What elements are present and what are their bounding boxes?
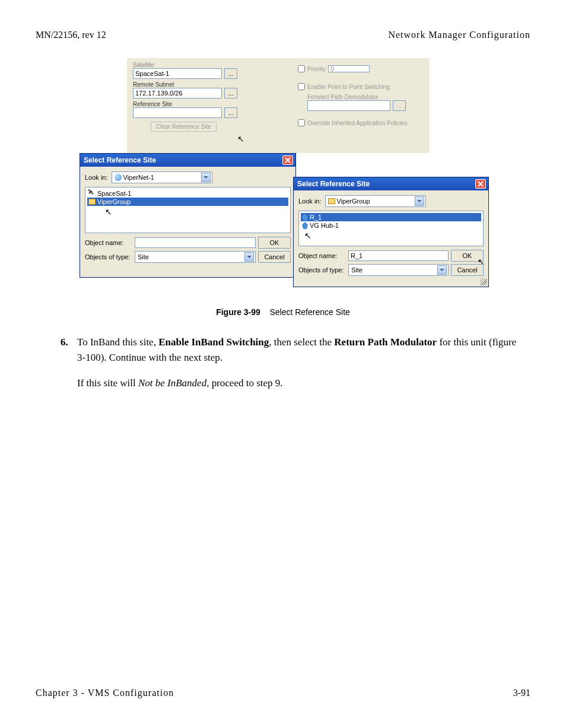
dialog2-titlebar[interactable]: Select Reference Site — [294, 177, 488, 190]
figure-3-99: Satellite ... Remote Subnet ... Referenc… — [36, 58, 530, 301]
step-number: 6. — [61, 335, 77, 350]
cursor-icon: ↖ — [237, 134, 244, 144]
enable-p2p-checkbox[interactable] — [298, 83, 305, 90]
site-config-panel-left: Satellite ... Remote Subnet ... Referenc… — [127, 58, 293, 153]
reference-site-input[interactable] — [133, 107, 222, 118]
remote-subnet-input[interactable] — [133, 88, 222, 98]
dialog1-objects-of-type-combo[interactable]: Site — [135, 251, 256, 263]
chevron-down-icon — [201, 173, 211, 182]
remote-subnet-label: Remote Subnet — [133, 81, 287, 88]
dialog2-lookin-label: Look in: — [298, 198, 322, 205]
dialog1-objects-of-type-value: Site — [138, 253, 149, 260]
site-icon — [302, 214, 308, 221]
dialog1-cancel-button[interactable]: Cancel — [258, 251, 291, 263]
site-config-panel-right: Priority Enable Point to Point Switching… — [293, 58, 430, 153]
satellite-browse-button[interactable]: ... — [224, 68, 237, 79]
dialog2-objects-of-type-combo[interactable]: Site — [348, 264, 449, 276]
chapter-label: Chapter 3 - VMS Configuration — [36, 688, 174, 698]
dialog2-lookin-value: ViperGroup — [337, 198, 370, 205]
list-item-label: SpaceSat-1 — [97, 190, 131, 197]
chevron-down-icon — [244, 252, 254, 262]
forward-path-input — [307, 100, 390, 111]
dialog1-lookin-value: ViperNet-1 — [123, 174, 154, 181]
chevron-down-icon — [437, 265, 447, 275]
doc-id: MN/22156, rev 12 — [36, 30, 106, 40]
cursor-icon: ↖ — [105, 207, 112, 217]
forward-path-label: Forward Path Demodulator — [307, 94, 425, 100]
figure-title: Select Reference Site — [269, 307, 349, 317]
reference-site-browse-button[interactable]: ... — [224, 107, 237, 118]
group-icon — [88, 199, 96, 205]
dialog1-objects-of-type-label: Objects of type: — [85, 253, 132, 260]
dialog1-ok-button[interactable]: OK — [258, 237, 291, 249]
dialog1-lookin-combo[interactable]: ViperNet-1 — [112, 171, 212, 183]
dialog2-object-name-label: Object name: — [298, 252, 346, 259]
resize-grip[interactable] — [480, 278, 487, 285]
dialog2-close-button[interactable] — [475, 179, 486, 189]
close-icon — [285, 157, 291, 163]
satellite-input[interactable] — [133, 68, 222, 79]
dialog1-object-name-label: Object name: — [85, 239, 132, 246]
list-item[interactable]: R_1 — [301, 213, 481, 221]
dialog1-object-name-input[interactable] — [135, 237, 256, 248]
priority-input[interactable] — [328, 65, 370, 72]
body-paragraph-2: If this site will Not be InBanded, proce… — [77, 376, 519, 391]
dialog2-title: Select Reference Site — [297, 180, 370, 188]
override-policies-checkbox[interactable] — [298, 119, 305, 126]
clear-reference-site-button[interactable]: Clear Reference Site — [151, 122, 217, 132]
priority-label: Priority — [307, 66, 326, 72]
dialog2-listbox[interactable]: R_1 VG Hub-1 ↖ — [298, 211, 484, 246]
priority-checkbox[interactable] — [298, 65, 305, 72]
dialog2-cancel-button[interactable]: Cancel — [451, 264, 484, 276]
reference-site-label: Reference Site — [133, 101, 287, 107]
dialog2-ok-button[interactable]: OK — [451, 250, 484, 262]
dialog1-listbox[interactable]: SpaceSat-1 ViperGroup ↖ — [85, 187, 291, 233]
site-icon — [302, 222, 308, 229]
dialog2-objects-of-type-label: Objects of type: — [298, 266, 346, 274]
enable-p2p-label: Enable Point to Point Switching — [307, 84, 390, 90]
satellite-label: Satellite — [133, 62, 287, 68]
dialog1-titlebar[interactable]: Select Reference Site — [80, 154, 295, 167]
override-policies-label: Override Inherited Application Policies — [307, 120, 407, 126]
cursor-icon: ↖ — [304, 231, 311, 240]
list-item-label: R_1 — [310, 214, 322, 221]
forward-path-browse-button: ... — [393, 100, 406, 111]
network-icon — [115, 174, 122, 181]
list-item-label: ViperGroup — [97, 198, 131, 205]
chevron-down-icon — [415, 196, 424, 206]
select-reference-site-dialog-2: Select Reference Site Look in: ViperGrou… — [293, 177, 489, 287]
remote-subnet-browse-button[interactable]: ... — [224, 88, 237, 98]
doc-section-title: Network Manager Configuration — [388, 30, 530, 40]
close-icon — [478, 181, 484, 187]
dialog2-lookin-combo[interactable]: ViperGroup — [325, 195, 426, 207]
list-item[interactable]: VG Hub-1 — [301, 221, 481, 230]
dialog2-objects-of-type-value: Site — [351, 266, 363, 274]
figure-number: Figure 3-99 — [216, 307, 260, 317]
page-number: 3-91 — [513, 688, 530, 698]
figure-caption: Figure 3-99 Select Reference Site — [36, 307, 530, 317]
group-icon — [328, 198, 335, 204]
dialog2-object-name-input[interactable] — [348, 250, 449, 261]
satellite-icon — [88, 190, 96, 197]
dialog1-lookin-label: Look in: — [85, 174, 108, 181]
list-item-label: VG Hub-1 — [310, 222, 339, 229]
select-reference-site-dialog-1: Select Reference Site Look in: ViperNet-… — [80, 153, 296, 278]
body-paragraph-1: 6.To InBand this site, Enable InBand Swi… — [77, 335, 519, 365]
dialog1-title: Select Reference Site — [84, 156, 156, 164]
list-item[interactable]: ViperGroup — [87, 198, 288, 206]
dialog1-close-button[interactable] — [282, 155, 293, 165]
list-item[interactable]: SpaceSat-1 — [87, 189, 288, 198]
